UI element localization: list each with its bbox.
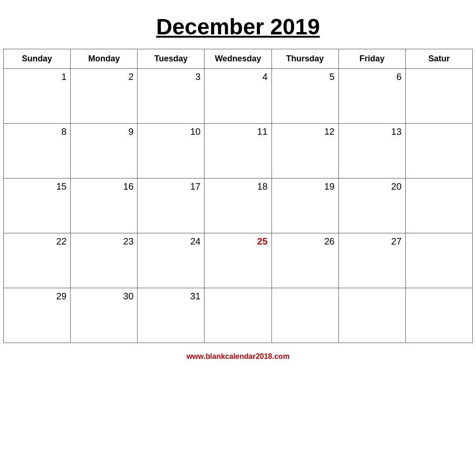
day-number-26: 26	[276, 236, 335, 247]
empty-cell-w4-d5	[339, 288, 406, 343]
empty-cell-w2-d6	[406, 178, 473, 233]
footer: www.blankcalendar2018.com	[186, 352, 290, 361]
header-cell-thursday: Thursday	[272, 49, 339, 69]
calendar-title: December 2019	[156, 14, 320, 40]
calendar-header: SundayMondayTuesdayWednesdayThursdayFrid…	[4, 49, 473, 69]
day-number-6: 6	[343, 72, 402, 82]
day-cell-31[interactable]: 31	[138, 288, 205, 343]
header-cell-tuesday: Tuesday	[138, 49, 205, 69]
day-number-22: 22	[7, 236, 66, 247]
day-number-5: 5	[276, 72, 335, 82]
day-cell-1[interactable]: 1	[4, 69, 71, 124]
day-cell-19[interactable]: 19	[272, 178, 339, 233]
header-cell-satur: Satur	[406, 49, 473, 69]
day-number-13: 13	[343, 126, 402, 137]
day-number-10: 10	[141, 126, 200, 137]
day-number-4: 4	[208, 72, 267, 82]
day-cell-13[interactable]: 13	[339, 124, 406, 178]
day-number-27: 27	[343, 236, 402, 247]
header-cell-wednesday: Wednesday	[205, 49, 271, 69]
header-cell-friday: Friday	[339, 49, 406, 69]
day-cell-24[interactable]: 24	[138, 233, 205, 288]
day-number-25: 25	[208, 236, 267, 247]
day-cell-30[interactable]: 30	[71, 288, 138, 343]
day-number-20: 20	[343, 181, 402, 192]
day-number-2: 2	[74, 72, 133, 82]
day-number-3: 3	[141, 72, 200, 82]
day-cell-3[interactable]: 3	[138, 69, 205, 124]
day-cell-6[interactable]: 6	[339, 69, 406, 124]
calendar-body: 1234568910111213151617181920222324252627…	[4, 69, 473, 343]
day-number-16: 16	[74, 181, 133, 192]
day-cell-2[interactable]: 2	[71, 69, 138, 124]
day-number-23: 23	[74, 236, 133, 247]
day-cell-12[interactable]: 12	[272, 124, 339, 178]
day-cell-29[interactable]: 29	[4, 288, 71, 343]
day-cell-27[interactable]: 27	[339, 233, 406, 288]
empty-cell-w4-d4	[272, 288, 339, 343]
day-cell-25[interactable]: 25	[205, 233, 271, 288]
day-cell-22[interactable]: 22	[4, 233, 71, 288]
day-number-24: 24	[141, 236, 200, 247]
day-number-11: 11	[208, 126, 267, 137]
day-cell-15[interactable]: 15	[4, 178, 71, 233]
day-cell-9[interactable]: 9	[71, 124, 138, 178]
day-number-30: 30	[74, 291, 133, 302]
header-cell-sunday: Sunday	[4, 49, 71, 69]
empty-cell-w3-d6	[406, 233, 473, 288]
day-cell-20[interactable]: 20	[339, 178, 406, 233]
day-number-8: 8	[7, 126, 66, 137]
day-cell-23[interactable]: 23	[71, 233, 138, 288]
day-cell-17[interactable]: 17	[138, 178, 205, 233]
day-number-12: 12	[276, 126, 335, 137]
day-number-9: 9	[74, 126, 133, 137]
empty-cell-w0-d6	[406, 69, 473, 124]
day-cell-11[interactable]: 11	[205, 124, 271, 178]
day-cell-26[interactable]: 26	[272, 233, 339, 288]
empty-cell-w1-d6	[406, 124, 473, 178]
day-cell-10[interactable]: 10	[138, 124, 205, 178]
footer-url: www.blankcalendar2018.com	[186, 352, 290, 360]
empty-cell-w4-d3	[205, 288, 271, 343]
day-number-18: 18	[208, 181, 267, 192]
day-cell-5[interactable]: 5	[272, 69, 339, 124]
day-number-1: 1	[7, 72, 66, 82]
day-cell-18[interactable]: 18	[205, 178, 271, 233]
day-number-19: 19	[276, 181, 335, 192]
calendar-grid: SundayMondayTuesdayWednesdayThursdayFrid…	[3, 49, 473, 343]
day-cell-4[interactable]: 4	[205, 69, 271, 124]
day-number-17: 17	[141, 181, 200, 192]
day-number-15: 15	[7, 181, 66, 192]
day-cell-16[interactable]: 16	[71, 178, 138, 233]
day-number-31: 31	[141, 291, 200, 302]
day-number-29: 29	[7, 291, 66, 302]
empty-cell-w4-d6	[406, 288, 473, 343]
header-cell-monday: Monday	[71, 49, 138, 69]
day-cell-8[interactable]: 8	[4, 124, 71, 178]
